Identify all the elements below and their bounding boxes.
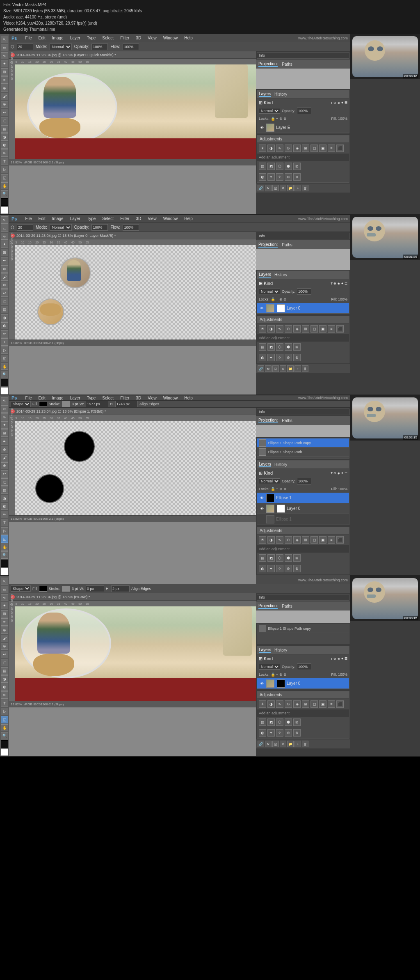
- blend-select-4[interactable]: Normal: [259, 664, 280, 670]
- h-input-4[interactable]: [111, 585, 130, 592]
- adj-ph-2[interactable]: ▣: [319, 325, 326, 333]
- adj-pa-2[interactable]: ◩: [267, 343, 275, 351]
- canvas-content-3[interactable]: [15, 421, 256, 515]
- adj-bw-4[interactable]: ◻: [310, 700, 318, 708]
- adj-e3-3[interactable]: ✧: [276, 565, 283, 572]
- stamp-tool-3[interactable]: ⊗: [1, 462, 8, 470]
- menu-help[interactable]: Help: [183, 36, 194, 40]
- bg-color-3[interactable]: [1, 568, 8, 575]
- adj-cm-2[interactable]: ≡: [328, 325, 335, 333]
- menu-help-3[interactable]: Help: [183, 396, 194, 400]
- shape-tool-3[interactable]: ◱: [1, 535, 8, 543]
- history-brush-4[interactable]: ↩: [1, 651, 8, 658]
- menu-edit-2[interactable]: Edit: [38, 216, 46, 221]
- folder[interactable]: 📁: [287, 185, 294, 191]
- adj-e5-4[interactable]: ⊗: [293, 729, 301, 737]
- layer-opacity-3[interactable]: [297, 478, 311, 484]
- delete-layer-4[interactable]: 🗑: [302, 741, 308, 747]
- shape-tool-2[interactable]: ◱: [1, 355, 8, 362]
- adj-br-3[interactable]: ☀: [259, 536, 266, 544]
- adj-e1-2[interactable]: ◐: [259, 354, 266, 361]
- layer-row-e[interactable]: 👁 Layer E: [257, 122, 349, 133]
- fg-color-4[interactable]: [1, 740, 8, 748]
- move-tool[interactable]: ↖: [1, 36, 8, 43]
- history-brush[interactable]: ↩: [1, 109, 8, 116]
- adj-e2-3[interactable]: ✦: [267, 565, 275, 572]
- adj-extra4[interactable]: ⊕: [285, 173, 292, 181]
- adj-br-4[interactable]: ☀: [259, 700, 266, 708]
- heal-tool-3[interactable]: ⊕: [1, 446, 8, 453]
- adj-bw[interactable]: ◻: [310, 145, 318, 152]
- hand-tool-4[interactable]: ✋: [1, 724, 8, 732]
- wand-tool-2[interactable]: ✦: [1, 241, 8, 248]
- adj-e5-2[interactable]: ⊗: [293, 354, 301, 361]
- history-tab-1[interactable]: History: [274, 92, 287, 96]
- dodge-tool[interactable]: ◐: [1, 142, 8, 149]
- adj-thresh[interactable]: ⬢: [285, 163, 292, 170]
- menu-file[interactable]: File: [24, 36, 32, 40]
- eraser-tool-2[interactable]: ◻: [1, 298, 8, 305]
- adj-ph-4[interactable]: ▣: [319, 700, 326, 708]
- dodge-tool-4[interactable]: ◐: [1, 684, 8, 691]
- adj-po-4[interactable]: ⊠: [293, 718, 301, 726]
- stroke-swatch-3[interactable]: [62, 401, 70, 407]
- menu-type-3[interactable]: Type: [86, 396, 97, 400]
- adj-lv-3[interactable]: ⬡: [276, 554, 283, 562]
- brush-tool-2[interactable]: 🖌: [1, 273, 8, 281]
- menu-window[interactable]: Window: [162, 36, 179, 40]
- adj-e3-2[interactable]: ✧: [276, 354, 283, 361]
- menu-view[interactable]: View: [147, 36, 158, 40]
- brush-size-input-2[interactable]: [17, 224, 33, 231]
- layers-tab-2[interactable]: Layers: [259, 272, 271, 278]
- canvas-content-4[interactable]: [15, 606, 256, 701]
- adj-e4-4[interactable]: ⊕: [285, 729, 292, 737]
- brush-tool-3[interactable]: 🖌: [1, 454, 8, 461]
- hand-tool[interactable]: ✋: [1, 182, 8, 190]
- layer-style-2[interactable]: fx: [265, 365, 272, 372]
- opacity-input[interactable]: [91, 44, 108, 50]
- canvas-content-1[interactable]: [15, 64, 256, 159]
- paths-tab-4[interactable]: Paths: [282, 604, 292, 608]
- blur-tool[interactable]: ◑: [1, 133, 8, 141]
- fill-swatch-3[interactable]: [39, 401, 47, 407]
- menu-type[interactable]: Type: [86, 36, 97, 40]
- new-layer-4[interactable]: +: [294, 741, 301, 747]
- menu-select[interactable]: Select: [101, 36, 114, 40]
- link-layers-4[interactable]: 🔗: [258, 741, 264, 747]
- projection-tab-1[interactable]: Projection:: [258, 62, 278, 67]
- history-tab-3[interactable]: History: [274, 462, 287, 467]
- adj-pattern[interactable]: ◩: [267, 163, 275, 170]
- adj-hu-4[interactable]: ◈: [293, 700, 301, 708]
- layer-mask[interactable]: ◱: [272, 185, 279, 191]
- adj-extra5[interactable]: ⊗: [293, 173, 301, 181]
- eye-icon-0-3[interactable]: 👁: [259, 506, 265, 512]
- adj-e1-3[interactable]: ◐: [259, 565, 266, 572]
- adj-cb-2[interactable]: ⊞: [302, 325, 309, 333]
- adj-cb-3[interactable]: ⊞: [302, 536, 309, 544]
- eraser-tool-3[interactable]: ◻: [1, 478, 8, 486]
- fg-color-2[interactable]: [1, 379, 8, 386]
- adj-pa-4[interactable]: ◩: [267, 718, 275, 726]
- adjustment[interactable]: ⊕: [280, 185, 286, 191]
- path-row-copy-3[interactable]: Ellipse 1 Shape Path copy: [257, 438, 349, 448]
- text-tool[interactable]: T: [1, 158, 8, 165]
- crop-tool-3[interactable]: ⊞: [1, 429, 8, 437]
- adj-e3-4[interactable]: ✧: [276, 729, 283, 737]
- adj-th-4[interactable]: ⬢: [285, 718, 292, 726]
- path-tool-2[interactable]: ▷: [1, 347, 8, 354]
- adj-bw-3[interactable]: ◻: [310, 536, 318, 544]
- text-tool-4[interactable]: T: [1, 700, 8, 707]
- blur-tool-4[interactable]: ◑: [1, 675, 8, 683]
- blur-tool-3[interactable]: ◑: [1, 495, 8, 502]
- menu-view-2[interactable]: View: [147, 216, 158, 221]
- projection-tab-4[interactable]: Projection:: [258, 604, 278, 609]
- adj-po-2[interactable]: ⊠: [293, 343, 301, 351]
- crop-tool[interactable]: ⊞: [1, 68, 8, 76]
- wand-tool[interactable]: ✦: [1, 60, 8, 67]
- adj-contrast[interactable]: ◑: [267, 145, 275, 152]
- gradient-tool-2[interactable]: ▤: [1, 306, 8, 313]
- link-layers-2[interactable]: 🔗: [258, 365, 264, 372]
- adj-th-3[interactable]: ⬢: [285, 554, 292, 562]
- adj-poster[interactable]: ⊠: [293, 163, 301, 170]
- adj-e2-4[interactable]: ✦: [267, 729, 275, 737]
